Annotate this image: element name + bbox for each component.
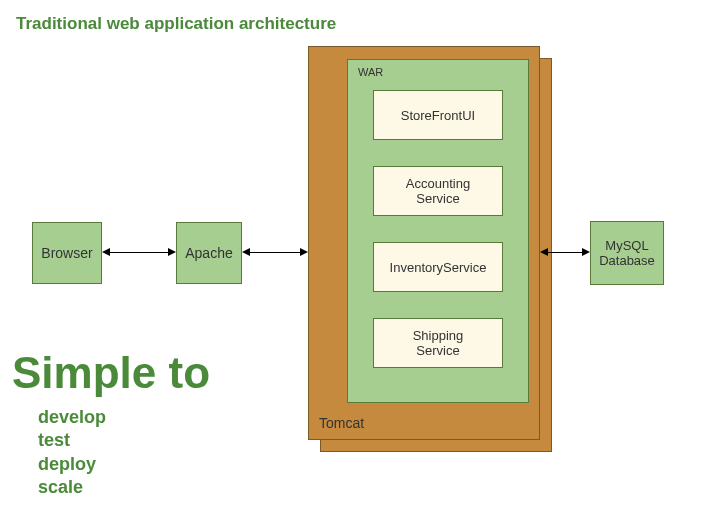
list-item: deploy bbox=[38, 453, 106, 476]
connector-line bbox=[110, 252, 168, 253]
list-item: test bbox=[38, 429, 106, 452]
simple-to-list: develop test deploy scale bbox=[38, 406, 106, 500]
service-box: StoreFrontUI bbox=[373, 90, 503, 140]
service-box: ShippingService bbox=[373, 318, 503, 368]
diagram-title: Traditional web application architecture bbox=[16, 14, 336, 34]
service-label: AccountingService bbox=[406, 176, 470, 206]
list-item: develop bbox=[38, 406, 106, 429]
war-container: WAR StoreFrontUI AccountingService Inven… bbox=[347, 59, 529, 403]
simple-to-heading: Simple to bbox=[12, 348, 210, 398]
service-label: StoreFrontUI bbox=[401, 108, 475, 123]
connector-line bbox=[548, 252, 582, 253]
service-box: AccountingService bbox=[373, 166, 503, 216]
tomcat-label: Tomcat bbox=[319, 415, 364, 431]
connector-line bbox=[250, 252, 300, 253]
mysql-label: MySQLDatabase bbox=[599, 238, 655, 268]
list-item: scale bbox=[38, 476, 106, 499]
browser-label: Browser bbox=[41, 245, 92, 261]
service-box: InventoryService bbox=[373, 242, 503, 292]
mysql-box: MySQLDatabase bbox=[590, 221, 664, 285]
war-label: WAR bbox=[358, 66, 383, 78]
arrow-head bbox=[168, 248, 176, 256]
browser-box: Browser bbox=[32, 222, 102, 284]
service-label: ShippingService bbox=[413, 328, 464, 358]
service-label: InventoryService bbox=[390, 260, 487, 275]
tomcat-container: Tomcat WAR StoreFrontUI AccountingServic… bbox=[308, 46, 540, 440]
apache-box: Apache bbox=[176, 222, 242, 284]
apache-label: Apache bbox=[185, 245, 232, 261]
arrow-head bbox=[102, 248, 110, 256]
arrow-head bbox=[242, 248, 250, 256]
arrow-head bbox=[540, 248, 548, 256]
arrow-head bbox=[300, 248, 308, 256]
arrow-head bbox=[582, 248, 590, 256]
